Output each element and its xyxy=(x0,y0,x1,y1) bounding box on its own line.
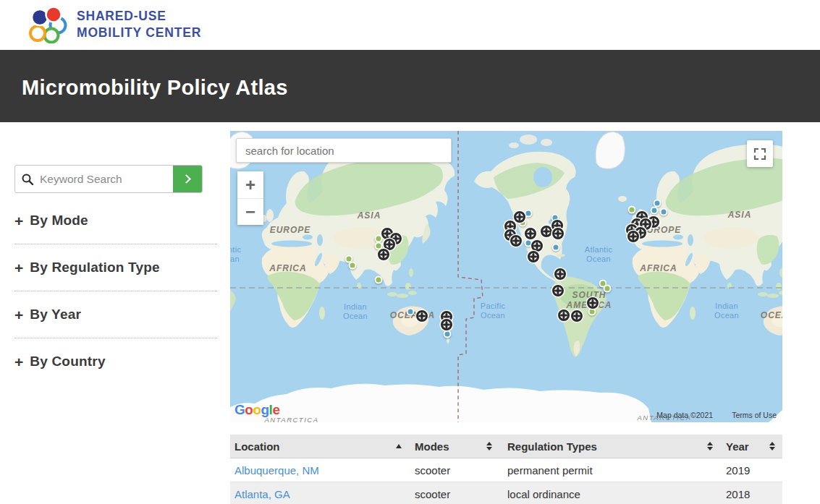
filter-sidebar: +By Mode+By Regulation Type+By Year+By C… xyxy=(14,165,217,385)
map-cluster-marker[interactable] xyxy=(571,310,583,322)
map-dot-marker-green[interactable] xyxy=(628,206,636,214)
table-row: Atlanta, GAscooterlocal ordinance2018 xyxy=(230,482,782,504)
google-logo-letter: g xyxy=(261,402,269,417)
plus-icon: + xyxy=(14,213,23,228)
column-header-year[interactable]: Year xyxy=(720,435,782,458)
brand-logo[interactable]: SHARED-USE MOBILITY CENTER xyxy=(28,6,201,43)
map-cluster-marker[interactable] xyxy=(525,228,536,239)
map-data-copyright: Map data ©2021 xyxy=(656,411,713,419)
google-logo-letter: e xyxy=(272,402,279,417)
column-header-label: Modes xyxy=(409,440,449,453)
google-logo-letter: o xyxy=(245,402,253,417)
column-header-label: Location xyxy=(230,440,280,453)
sort-icon[interactable] xyxy=(486,442,492,451)
filter-label: By Regulation Type xyxy=(30,260,160,276)
column-header-regulation-types[interactable]: Regulation Types xyxy=(499,435,720,458)
triangle-down xyxy=(769,447,775,450)
keyword-search xyxy=(14,165,203,193)
map-dot-marker-blue[interactable] xyxy=(444,330,452,338)
cell-location: Albuquerque, NM xyxy=(230,464,409,477)
google-logo-letter: G xyxy=(234,402,245,417)
cell-regulation_types: local ordinance xyxy=(499,488,720,500)
sort-asc-icon[interactable] xyxy=(396,444,402,448)
map-dot-marker-blue[interactable] xyxy=(552,244,560,252)
triangle-up xyxy=(396,444,402,448)
page-title: Micromobility Policy Atlas xyxy=(0,50,820,100)
map-cluster-marker[interactable] xyxy=(510,235,522,247)
map-cluster-marker[interactable] xyxy=(541,226,552,237)
column-header-label: Year xyxy=(720,440,749,453)
triangle-down xyxy=(486,447,492,450)
plus-icon: + xyxy=(14,260,23,276)
page-banner: Micromobility Policy Atlas xyxy=(0,50,820,122)
page: SHARED-USE MOBILITY CENTER Micromobility… xyxy=(0,0,820,504)
map-cluster-marker[interactable] xyxy=(552,228,564,239)
filter-label: By Year xyxy=(30,307,81,323)
filter-item-country[interactable]: +By Country xyxy=(14,338,217,385)
map-cluster-marker[interactable] xyxy=(416,310,428,322)
google-logo-letter: o xyxy=(253,402,261,417)
policy-table: LocationModesRegulation TypesYear Albuqu… xyxy=(230,435,782,504)
map-cluster-marker[interactable] xyxy=(378,249,389,260)
zoom-out-button[interactable]: − xyxy=(237,198,263,225)
world-basemap xyxy=(230,131,782,422)
fullscreen-button[interactable] xyxy=(747,140,773,167)
filter-label: By Country xyxy=(30,354,105,370)
location-link[interactable]: Atlanta, GA xyxy=(234,488,290,500)
table-body: Albuquerque, NMscooterpermanent permit20… xyxy=(230,458,782,504)
map-cluster-marker[interactable] xyxy=(558,309,570,321)
map-cluster-marker[interactable] xyxy=(528,251,539,262)
map-dot-marker-green[interactable] xyxy=(604,285,612,293)
map-dot-marker-green[interactable] xyxy=(588,308,596,316)
filter-item-mode[interactable]: +By Mode xyxy=(14,197,217,244)
triangle-up xyxy=(486,442,492,445)
location-link[interactable]: Albuquerque, NM xyxy=(234,464,319,477)
column-header-modes[interactable]: Modes xyxy=(409,435,499,458)
map-dot-marker-green[interactable] xyxy=(349,262,357,270)
google-logo[interactable]: Google xyxy=(234,402,279,418)
map-dot-marker-blue[interactable] xyxy=(407,308,415,316)
map-dot-marker-green[interactable] xyxy=(375,276,383,284)
map-dot-marker-blue[interactable] xyxy=(660,208,668,216)
filter-label: By Mode xyxy=(30,213,88,228)
map-cluster-marker[interactable] xyxy=(552,285,564,296)
map-cluster-marker[interactable] xyxy=(587,297,599,309)
map-location-search-input[interactable] xyxy=(236,138,452,163)
map-dot-marker-blue[interactable] xyxy=(651,207,659,215)
table-row: Albuquerque, NMscooterpermanent permit20… xyxy=(230,458,782,482)
sumc-logo-icon xyxy=(28,6,69,43)
table-header-row: LocationModesRegulation TypesYear xyxy=(230,435,782,458)
map-cluster-marker[interactable] xyxy=(627,231,639,242)
keyword-search-input[interactable] xyxy=(40,166,173,192)
triangle-down xyxy=(707,447,713,450)
cell-year: 2018 xyxy=(720,488,782,500)
map-cluster-marker[interactable] xyxy=(514,211,525,223)
filter-item-year[interactable]: +By Year xyxy=(14,291,217,338)
plus-icon: + xyxy=(14,354,23,370)
column-header-location[interactable]: Location xyxy=(230,435,409,458)
search-icon xyxy=(15,166,40,192)
chevron-right-icon xyxy=(182,174,191,184)
map-zoom-control: + − xyxy=(237,171,263,225)
cell-location: Atlanta, GA xyxy=(230,488,409,500)
keyword-search-button[interactable] xyxy=(173,166,202,192)
plus-icon: + xyxy=(14,307,23,323)
filter-item-regulation-type[interactable]: +By Regulation Type xyxy=(14,244,217,291)
cell-year: 2019 xyxy=(720,464,782,477)
brand-name: SHARED-USE MOBILITY CENTER xyxy=(77,9,201,41)
map-cluster-marker[interactable] xyxy=(441,319,452,330)
sort-icon[interactable] xyxy=(769,442,775,451)
map-dot-marker-blue[interactable] xyxy=(525,210,533,218)
triangle-up xyxy=(769,442,775,445)
map-cluster-marker[interactable] xyxy=(531,240,543,252)
brand-line1: SHARED-USE xyxy=(77,9,201,25)
filter-list: +By Mode+By Regulation Type+By Year+By C… xyxy=(14,197,217,385)
zoom-in-button[interactable]: + xyxy=(237,171,263,198)
terms-of-use-link[interactable]: Terms of Use xyxy=(732,411,777,419)
fullscreen-icon xyxy=(753,147,767,161)
map-cluster-marker[interactable] xyxy=(554,268,566,280)
sort-icon[interactable] xyxy=(707,442,713,451)
brand-line2: MOBILITY CENTER xyxy=(77,25,201,41)
policy-map[interactable]: EUROPEAFRICAASIAAtlantic OceanIndian Oce… xyxy=(230,131,782,422)
column-header-label: Regulation Types xyxy=(499,440,597,453)
